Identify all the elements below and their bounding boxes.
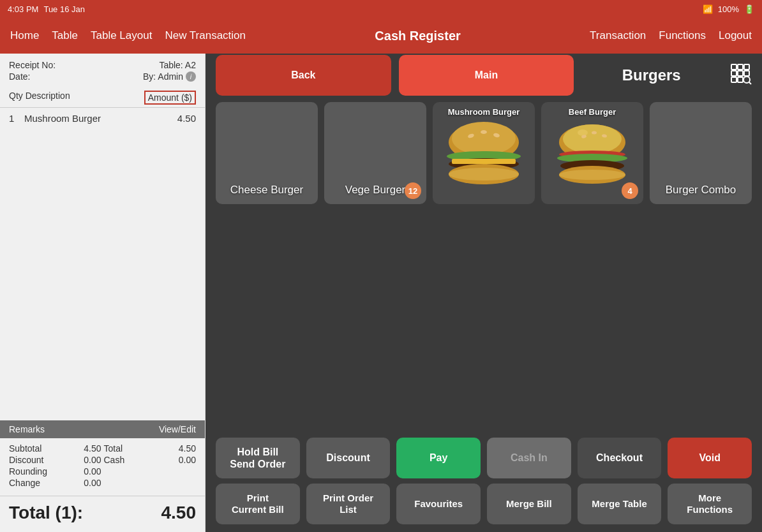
menu-item-mushroom-burger[interactable]: Mushroom Burger [433, 102, 535, 204]
remarks-bar: Remarks View/Edit [0, 420, 205, 438]
main-content: Receipt No: Table: A2 Date: By: Admin i … [0, 54, 762, 532]
mushroom-burger-overlay: Mushroom Burger [433, 107, 535, 117]
more-functions-button[interactable]: More Functions [668, 484, 752, 524]
status-date: Tue 16 Jan [43, 4, 85, 14]
receipt-table: Table: A2 [159, 60, 196, 70]
back-button[interactable]: Back [216, 55, 391, 96]
favourites-button[interactable]: Favourites [396, 484, 481, 524]
menu-item-label-cheese-burger: Cheese Burger [225, 184, 308, 204]
svg-point-30 [559, 170, 625, 180]
svg-line-9 [749, 82, 752, 84]
blank1 [104, 466, 149, 477]
svg-point-19 [449, 168, 519, 181]
wifi-icon: 📶 [703, 4, 713, 14]
menu-item-beef-burger[interactable]: Beef Burger [541, 102, 643, 204]
receipt-no-label: Receipt No: [9, 60, 56, 70]
change-value: 0.00 [56, 478, 101, 488]
svg-point-13 [481, 130, 487, 134]
category-title: Burgers [581, 66, 721, 84]
nav-new-transaction[interactable]: New Transaction [165, 29, 246, 42]
svg-rect-7 [738, 77, 743, 82]
change-label: Change [9, 478, 54, 488]
discount-value: 0.00 [56, 455, 101, 465]
menu-grid: Cheese Burger Vege Burger 12 Mushroom Bu… [205, 97, 762, 438]
menu-item-label-burger-combo: Burger Combo [661, 184, 742, 204]
blank4 [151, 478, 196, 488]
nav-table[interactable]: Table [52, 29, 78, 42]
grand-total-value: 4.50 [161, 503, 197, 523]
receipt-header: Receipt No: Table: A2 Date: By: Admin i [0, 54, 205, 87]
menu-item-vege-burger[interactable]: Vege Burger 12 [324, 102, 426, 204]
total-label: Total [104, 443, 149, 454]
vege-burger-badge: 12 [405, 182, 421, 199]
remarks-label: Remarks [9, 424, 45, 434]
svg-rect-6 [731, 77, 736, 82]
item-desc: Mushroom Burger [24, 113, 158, 124]
svg-point-11 [452, 122, 516, 155]
receipt-items: 1 Mushroom Burger 4.50 [0, 108, 205, 420]
search-icon-button[interactable] [729, 62, 752, 89]
nav-transaction[interactable]: Transaction [590, 29, 646, 42]
receipt-date-label: Date: [9, 71, 30, 82]
subtotal-label: Subtotal [9, 443, 54, 454]
merge-table-button[interactable]: Merge Table [578, 484, 662, 524]
main-button[interactable]: Main [399, 55, 574, 96]
battery-indicator: 🔋 [744, 4, 754, 14]
print-order-list-button[interactable]: Print Order List [306, 484, 391, 524]
col-qty: Qty Description [9, 91, 70, 105]
nav-functions[interactable]: Functions [659, 29, 706, 42]
discount-label: Discount [9, 455, 54, 465]
discount-button[interactable]: Discount [306, 438, 391, 478]
action-buttons-row1: Hold Bill Send Order Discount Pay Cash I… [205, 438, 762, 484]
beef-burger-badge: 4 [622, 182, 638, 199]
svg-rect-1 [738, 64, 743, 70]
svg-point-24 [592, 131, 597, 134]
total-value: 4.50 [151, 443, 196, 454]
nav-bar: Home Table Table Layout New Transaction … [0, 18, 762, 54]
grand-total-row: Total (1): 4.50 [0, 496, 205, 532]
blank3 [104, 478, 149, 488]
menu-item-burger-combo[interactable]: Burger Combo [650, 102, 752, 204]
right-panel: Back Main Burgers [205, 54, 762, 532]
checkout-button[interactable]: Checkout [578, 438, 662, 478]
subtotal-value: 4.50 [56, 443, 101, 454]
nav-table-layout[interactable]: Table Layout [91, 29, 152, 42]
svg-rect-2 [744, 64, 749, 70]
item-qty: 1 [9, 113, 24, 124]
nav-logout[interactable]: Logout [719, 29, 752, 42]
svg-point-22 [578, 129, 588, 136]
totals-area: Subtotal 4.50 Total 4.50 Discount 0.00 C… [0, 438, 205, 493]
merge-bill-button[interactable]: Merge Bill [487, 484, 571, 524]
info-icon[interactable]: i [186, 71, 196, 82]
pay-button[interactable]: Pay [396, 438, 481, 478]
receipt-columns: Qty Description Amount ($) [0, 87, 205, 108]
svg-rect-17 [452, 159, 516, 164]
action-buttons-row2: Print Current Bill Print Order List Favo… [205, 484, 762, 532]
menu-item-cheese-burger[interactable]: Cheese Burger [216, 102, 318, 204]
receipt-panel: Receipt No: Table: A2 Date: By: Admin i … [0, 54, 205, 532]
hold-bill-button[interactable]: Hold Bill Send Order [216, 438, 300, 478]
battery-icon: 100% [718, 4, 739, 14]
status-bar: 4:03 PM Tue 16 Jan 📶 100% 🔋 [0, 0, 762, 18]
menu-item-label-vege-burger: Vege Burger [340, 184, 411, 204]
receipt-item-row[interactable]: 1 Mushroom Burger 4.50 [9, 113, 196, 124]
svg-rect-5 [744, 71, 749, 76]
svg-rect-0 [731, 64, 736, 70]
receipt-by-label: By: Admin [143, 71, 183, 82]
print-current-bill-button[interactable]: Print Current Bill [216, 484, 300, 524]
nav-home[interactable]: Home [10, 29, 39, 42]
cash-label: Cash [104, 455, 149, 465]
svg-rect-4 [738, 71, 743, 76]
beef-burger-overlay: Beef Burger [541, 107, 643, 117]
rounding-label: Rounding [9, 466, 54, 477]
grand-total-label: Total (1): [9, 503, 83, 523]
cash-in-button[interactable]: Cash In [487, 438, 571, 478]
blank2 [151, 466, 196, 477]
status-time: 4:03 PM [8, 4, 38, 14]
view-edit-label[interactable]: View/Edit [159, 424, 196, 434]
void-button[interactable]: Void [668, 438, 752, 478]
nav-title: Cash Register [375, 29, 461, 43]
svg-rect-3 [731, 71, 736, 76]
receipt-footer: Remarks View/Edit Subtotal 4.50 Total 4.… [0, 420, 205, 532]
rounding-value: 0.00 [56, 466, 101, 477]
